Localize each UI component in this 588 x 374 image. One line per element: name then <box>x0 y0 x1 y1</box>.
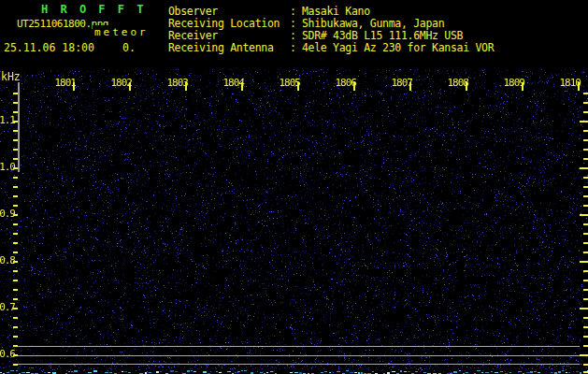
y-tick-right-minor <box>583 195 588 197</box>
carrier-line <box>18 364 580 365</box>
carrier-line <box>18 355 580 356</box>
echo-counter: 0. <box>122 41 136 54</box>
y-tick-right-minor <box>583 149 588 151</box>
spectrogram-noise-canvas <box>0 69 588 374</box>
y-tick-right-minor <box>583 102 588 104</box>
y-tick-left <box>13 326 18 328</box>
x-tick-mark <box>409 82 411 91</box>
info-value: Shibukawa, Gunma, Japan <box>302 17 444 30</box>
x-tick-label: 1806 <box>331 77 356 89</box>
y-tick-left <box>13 177 18 179</box>
y-tick-left <box>13 317 18 319</box>
y-tick-right-minor <box>583 111 588 113</box>
info-colon: : <box>290 17 296 30</box>
y-tick-right-major <box>580 261 588 263</box>
y-tick-left <box>13 242 18 244</box>
y-tick-right-minor <box>583 139 588 141</box>
x-tick-mark <box>466 82 467 91</box>
y-tick-right-minor <box>583 177 588 179</box>
info-label: Receiving Antenna <box>168 41 274 54</box>
y-tick-left <box>13 308 18 309</box>
info-value: Masaki Kano <box>302 5 370 18</box>
x-tick-label: 1807 <box>387 77 412 89</box>
y-tick-left <box>13 261 18 263</box>
y-tick-left <box>13 298 18 300</box>
y-tick-right-minor <box>583 158 588 160</box>
info-label: Receiving Location <box>168 17 280 30</box>
info-colon: : <box>290 5 296 18</box>
y-tick-left <box>13 270 18 272</box>
y-tick-right-minor <box>583 252 588 253</box>
y-tick-right-minor <box>583 336 588 338</box>
y-axis-unit-label: kHz <box>1 70 21 83</box>
x-tick-mark <box>241 82 243 91</box>
y-tick-right-minor <box>583 242 588 244</box>
app-title: H R O F F T <box>41 3 146 16</box>
x-tick-label: 1803 <box>163 77 188 89</box>
x-tick-mark <box>522 82 523 91</box>
y-tick-right-minor <box>583 326 588 328</box>
x-tick-label: 1804 <box>219 77 244 89</box>
x-tick-mark <box>353 82 355 91</box>
y-tick-right-major <box>580 214 588 216</box>
baseline-tick-right <box>583 371 588 373</box>
y-tick-left <box>13 205 18 207</box>
y-tick-right-minor <box>583 298 588 300</box>
y-tick-right-minor <box>583 345 588 347</box>
y-tick-right-major <box>580 354 588 356</box>
x-tick-mark <box>578 82 580 91</box>
y-tick-right-major <box>580 167 588 169</box>
y-tick-right-minor <box>583 364 588 366</box>
y-tick-right-minor <box>583 280 588 281</box>
x-tick-mark <box>129 82 131 91</box>
y-tick-left <box>13 289 18 291</box>
x-tick-label: 1810 <box>555 77 581 89</box>
info-label: Observer <box>168 5 218 18</box>
y-tick-right-minor <box>583 205 588 207</box>
info-value: 4ele Yagi Az 230 for Kansai VOR <box>302 41 494 54</box>
y-tick-right-major <box>580 121 588 122</box>
hrofft-screen: H R O F F T UT2511061800.png meteor 25.1… <box>0 0 588 374</box>
y-tick-right-minor <box>583 223 588 225</box>
station-name: meteor <box>93 25 151 38</box>
x-tick-label: 1801 <box>50 77 76 89</box>
info-value: SDR# 43dB L15 111.6MHz USB <box>302 29 463 42</box>
observation-datetime: 25.11.06 18:00 <box>4 41 94 54</box>
y-tick-left <box>13 252 18 253</box>
y-tick-right-minor <box>583 317 588 319</box>
y-tick-right-minor <box>583 270 588 272</box>
y-tick-left <box>13 186 18 188</box>
y-tick-right-minor <box>583 233 588 235</box>
y-tick-right-minor <box>583 130 588 132</box>
y-tick-left <box>13 223 18 225</box>
x-tick-label: 1805 <box>275 77 300 89</box>
y-tick-left <box>13 233 18 235</box>
info-colon: : <box>290 29 296 42</box>
x-tick-label: 1802 <box>107 77 132 89</box>
y-tick-left <box>13 214 18 216</box>
y-tick-right-major <box>580 308 588 309</box>
carrier-line <box>18 346 580 347</box>
x-tick-mark <box>297 82 299 91</box>
y-tick-left <box>13 195 18 197</box>
y-tick-left <box>13 336 18 338</box>
start-time-streak <box>18 82 20 172</box>
y-tick-right-minor <box>583 186 588 188</box>
info-colon: : <box>290 41 296 54</box>
info-label: Receiver <box>168 29 218 42</box>
y-tick-left <box>13 280 18 281</box>
y-tick-right-minor <box>583 289 588 291</box>
x-tick-mark <box>73 82 75 91</box>
y-tick-right-minor <box>583 93 588 94</box>
x-tick-label: 1809 <box>499 77 524 89</box>
x-tick-mark <box>185 82 187 91</box>
x-tick-label: 1808 <box>443 77 468 89</box>
